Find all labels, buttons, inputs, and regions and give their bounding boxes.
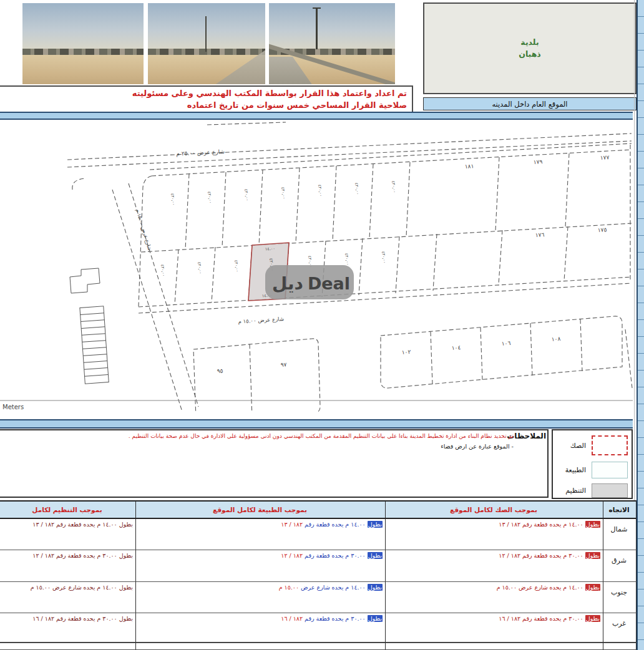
- street-left-label: شارع عرض ١٥.٠٠ م: [135, 208, 153, 251]
- partial-row-cell: [136, 643, 386, 650]
- header-direction: الاتجاه: [603, 500, 637, 519]
- regulation-swatch: [592, 483, 628, 498]
- map-canvas: ١٤.٠٠ ١٤.٠٠ ٤٢٠,٠٠ ٤٢٠,٠٠ ٤٢٠,٠٠ ٤٢٠,٠٠ …: [0, 120, 633, 412]
- cell-deed-east: بطول ٣٠.٠٠ م يحده قطعة رقم ١٨٢ / ١٢: [386, 550, 603, 582]
- plot-area-label: ٤٢٠,٠٠: [233, 260, 240, 272]
- tower-silhouette: [205, 16, 207, 52]
- length-chip: بطول: [585, 552, 600, 559]
- notes-black-text: - الموقع عبارة عن ارض فضاء: [441, 443, 514, 450]
- cell-deed-north: بطول ١٤.٠٠ م يحده قطعة رقم ١٨٢ / ١٣: [386, 519, 603, 550]
- row-label-east: شرق: [603, 550, 637, 582]
- plot-area-label: ٤٢٠,٠٠: [280, 187, 286, 199]
- map-legend: الصك الطبيعة التنظيم: [552, 429, 633, 499]
- plot-divider: [564, 226, 568, 281]
- site-photo-2: [148, 3, 265, 84]
- photo-sky: [22, 3, 144, 49]
- plot-number: ١٠٢: [401, 349, 411, 356]
- length-chip: بطول: [585, 521, 600, 528]
- nature-label: الطبيعة: [565, 466, 586, 474]
- plot-number: ١٠٦: [501, 340, 510, 347]
- length-chip: بطول: [368, 521, 383, 528]
- plot-divider: [565, 153, 569, 227]
- nature-swatch: [592, 462, 628, 478]
- parking-ladder: [80, 306, 109, 384]
- plot-number: ٩٧: [280, 361, 287, 368]
- plot-divider: [369, 164, 373, 238]
- plot-divider: [406, 162, 410, 236]
- plot-number: ١٧٧: [600, 154, 610, 161]
- plot-divider: [499, 230, 502, 284]
- surveyor-disclaimer: تم اعداد واعتماد هذا القرار بواسطة المكت…: [0, 85, 413, 113]
- partial-row-cell: [603, 643, 637, 650]
- cell-regulation-north: بطول ١٤.٠٠ م يحده قطعة رقم ١٨٢ / ١٣: [0, 519, 136, 550]
- watermark-latin: Deal: [308, 274, 350, 293]
- boundaries-table: بموجب التنظيم لكامل بموجب الطبيعة لكامل …: [0, 500, 637, 650]
- street-bottom-label: شارع عرض ١٥.٠٠ م: [238, 316, 284, 324]
- map-line: [207, 122, 286, 125]
- street-top-label: شارع عرض ٢٥.٠٠ م: [176, 148, 225, 157]
- street-left-line-1: [112, 190, 182, 412]
- l-shape-structure: [70, 268, 100, 293]
- cell-regulation-south: بطول ١٤.٠٠ م يحده شارع عرض ١٥.٠٠ م: [0, 582, 136, 613]
- plot-area-label: ٤٢٠,٠٠: [391, 180, 397, 193]
- photo-buildings: [22, 49, 144, 55]
- plot-divider: [580, 319, 582, 371]
- location-bar-label: الموقع العام داخل المدينه: [492, 100, 567, 109]
- general-location-bar: الموقع العام داخل المدينه: [423, 97, 637, 110]
- plot-area-label: ٤٢٠,٠٠: [243, 188, 250, 201]
- block-street-edge: [150, 143, 632, 170]
- header-deed: بموجب الصك لكامل الموقع: [386, 500, 603, 519]
- cell-deed-west: بطول ٣٠.٠٠ م يحده قطعة رقم ١٨٢ / ١٦: [386, 613, 603, 643]
- photo-sky: [269, 3, 395, 49]
- ruler-strip: [637, 0, 644, 650]
- municipality-line-2: ذهبان: [519, 49, 541, 61]
- row-label-west: غرب: [603, 613, 637, 643]
- site-photo-3: [269, 3, 395, 84]
- disclaimer-line-1: تم اعداد واعتماد هذا القرار بواسطة المكت…: [0, 88, 407, 100]
- cell-regulation-east: بطول ٣٠.٠٠ م يحده قطعة رقم ١٨٢ / ١٢: [0, 550, 136, 582]
- plot-number: ١٠٤: [451, 344, 461, 351]
- disclaimer-line-2: صلاحية القرار المساحي خمس سنوات من تاريخ…: [0, 100, 407, 112]
- plot-divider: [431, 332, 432, 384]
- plot-area-label: ٤٢٠,٠٠: [207, 191, 213, 203]
- legend-row-regulation: التنظيم: [565, 483, 628, 498]
- deed-swatch: [592, 435, 628, 455]
- site-photo-1: [22, 3, 144, 84]
- plot-area-label: ٤٢٠,٠٠: [170, 193, 176, 205]
- notes-box: الملاحظات تم تحديد نظام البناء من ادارة …: [0, 429, 549, 498]
- length-chip: بطول: [585, 584, 600, 591]
- street-top-line-2: [67, 141, 632, 167]
- cell-regulation-west: بطول ٣٠.٠٠ م يحده قطعة رقم ١٨٢ / ١٦: [0, 613, 136, 643]
- divider-band-top: [0, 112, 633, 120]
- legend-row-deed: الصك: [570, 435, 628, 455]
- cell-nature-south: بطول ١٤.٠٠ م يحده شارع عرض ١٥.٠٠ م: [136, 582, 386, 613]
- plot-divider: [433, 234, 437, 291]
- row-label-south: جنوب: [603, 582, 637, 613]
- block-mid-divider: [141, 223, 632, 252]
- header-nature: بموجب الطبيعة لكامل الموقع: [136, 500, 386, 519]
- length-chip: بطول: [368, 552, 383, 559]
- plot-divider: [250, 344, 252, 412]
- partial-row-cell: [0, 643, 136, 650]
- regulation-label: التنظيم: [565, 487, 586, 495]
- row-label-north: شمال: [603, 519, 637, 550]
- cell-nature-west: بطول ٣٠.٠٠ م يحده قطعة رقم ١٨٢ / ١٦: [136, 613, 386, 643]
- watermark-arabic: ديل: [272, 273, 303, 294]
- watermark: ديل Deal: [265, 265, 354, 299]
- plot-number: ١٠٨: [551, 336, 560, 342]
- plot-divider: [495, 157, 499, 231]
- plot-divider: [359, 238, 363, 295]
- cell-nature-east: بطول ٣٠.٠٠ م يحده قطعة رقم ١٨٢ / ١٢: [136, 550, 386, 582]
- plot-area-label: ٤٢٠,٠٠: [197, 261, 203, 274]
- plot-area-label: ٤٢٠,٠٠: [344, 253, 350, 265]
- municipality-line-1: بلدية: [519, 37, 541, 49]
- street-top-line-1: [67, 133, 632, 160]
- length-chip: بطول: [368, 584, 383, 591]
- plot-area-label: ٤٢٠,٠٠: [317, 184, 323, 196]
- plot-number: ١٨١: [465, 163, 474, 170]
- plot-divider: [212, 247, 215, 303]
- photo-sand: [22, 55, 144, 84]
- corner-curve: [72, 178, 85, 190]
- plot-divider: [530, 323, 532, 376]
- plot-number: ٩٥: [217, 367, 223, 374]
